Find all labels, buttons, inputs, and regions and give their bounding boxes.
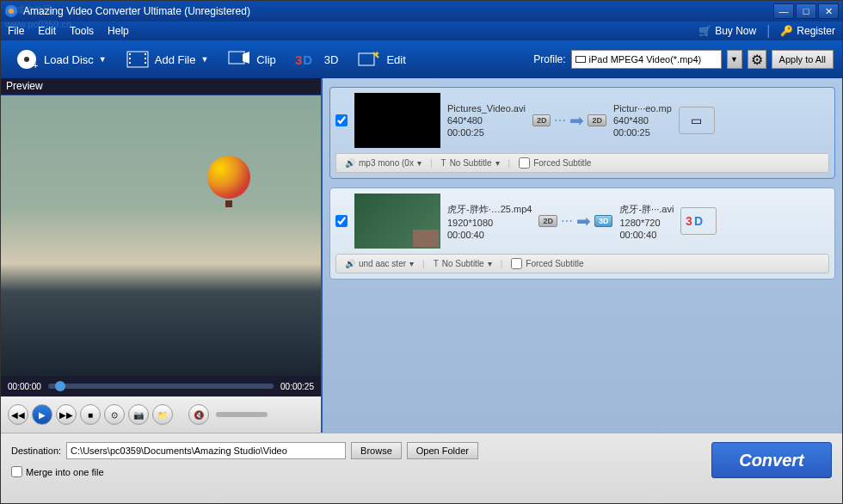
buy-now-link[interactable]: 🛒 Buy Now (698, 25, 756, 37)
clip-button[interactable]: Clip (222, 47, 280, 71)
audio-select[interactable]: 🔊mp3 mono (0x▾ (342, 157, 425, 169)
file-item[interactable]: Pictures_Video.avi 640*480 00:00:25 2D ⋯… (329, 87, 835, 179)
preview-video[interactable] (1, 95, 321, 376)
titlebar: 同城软件园 www.pc0359.cn Amazing Video Conver… (1, 1, 842, 22)
destination-input[interactable] (66, 442, 346, 459)
subtitle-select[interactable]: TNo Subtitle▾ (430, 258, 495, 269)
output-device-icon[interactable]: 3D (680, 207, 717, 235)
player-controls: ◀◀ ▶ ▶▶ ■ ⊙ 📷 📁 🔇 (1, 396, 321, 433)
subtitle-value: No Subtitle (442, 259, 484, 268)
file-list: Pictures_Video.avi 640*480 00:00:25 2D ⋯… (321, 78, 842, 433)
browse-button[interactable]: Browse (351, 442, 402, 459)
add-file-button[interactable]: Add File ▼ (120, 47, 214, 71)
forced-subtitle-toggle[interactable]: Forced Subtitle (515, 157, 594, 169)
merge-checkbox-row[interactable]: Merge into one file (11, 466, 478, 477)
open-folder-button[interactable]: Open Folder (407, 442, 478, 459)
svg-rect-7 (129, 58, 131, 59)
timeline-handle[interactable] (55, 381, 65, 391)
menu-help[interactable]: Help (108, 25, 129, 37)
audio-select[interactable]: 🔊und aac ster▾ (342, 258, 417, 269)
buy-now-label: Buy Now (715, 25, 756, 37)
speaker-icon: 🔊 (345, 158, 355, 168)
register-label: Register (797, 25, 835, 37)
svg-text:+: + (33, 60, 38, 71)
output-device-icon[interactable]: ▭ (679, 107, 715, 134)
svg-text:✦: ✦ (374, 51, 380, 58)
apply-to-all-button[interactable]: Apply to All (772, 50, 834, 69)
stop-button[interactable]: ■ (80, 404, 101, 425)
forced-subtitle-toggle[interactable]: Forced Subtitle (508, 257, 587, 270)
chevron-down-icon: ▼ (200, 55, 208, 64)
file-item[interactable]: 虎牙-胖炸·…25.mp4 1920*1080 00:00:40 2D ⋯ ➡ … (329, 187, 835, 280)
minimize-button[interactable]: — (773, 3, 794, 19)
edit-button[interactable]: ✦ Edit (352, 47, 410, 71)
dots-icon: ⋯ (554, 114, 566, 127)
svg-text:D: D (694, 214, 703, 228)
output-duration: 00:00:25 (613, 127, 672, 138)
close-button[interactable]: ✕ (818, 3, 839, 19)
output-filename: Pictur···eo.mp (613, 103, 672, 114)
output-resolution: 640*480 (613, 115, 672, 126)
timeline: 00:00:00 00:00:25 (1, 376, 321, 396)
svg-text:3: 3 (686, 214, 692, 228)
merge-checkbox[interactable] (11, 466, 22, 477)
forced-checkbox[interactable] (511, 258, 522, 269)
3d-label: 3D (324, 53, 339, 66)
profile-select[interactable]: iPad MPEG4 Video(*.mp4) (571, 50, 722, 69)
time-current: 00:00:00 (8, 382, 41, 391)
profile-dropdown-button[interactable]: ▼ (727, 50, 742, 69)
prev-button[interactable]: ◀◀ (8, 404, 28, 425)
bottom-bar: Destination: Browse Open Folder Merge in… (1, 433, 842, 503)
step-button[interactable]: ⊙ (104, 404, 125, 425)
folder-button[interactable]: 📁 (152, 404, 173, 425)
register-link[interactable]: 🔑 Register (780, 25, 835, 37)
mute-button[interactable]: 🔇 (188, 404, 209, 425)
item-options: 🔊mp3 mono (0x▾ | TNo Subtitle▾ | Forced … (335, 153, 829, 173)
item-thumbnail[interactable] (354, 194, 440, 249)
load-disc-button[interactable]: + Load Disc ▼ (9, 47, 112, 71)
menu-file[interactable]: File (8, 25, 24, 37)
speaker-icon: 🔊 (345, 259, 355, 268)
timeline-track[interactable] (48, 384, 274, 389)
clip-label: Clip (256, 53, 275, 66)
subtitle-select[interactable]: TNo Subtitle▾ (438, 157, 503, 169)
maximize-button[interactable]: □ (796, 3, 816, 19)
next-button[interactable]: ▶▶ (56, 404, 77, 425)
output-badge: 3D (594, 215, 613, 227)
item-options: 🔊und aac ster▾ | TNo Subtitle▾ | Forced … (335, 254, 829, 274)
text-icon: T (434, 259, 439, 268)
arrow-icon: ➡ (576, 211, 591, 231)
conversion-arrow: 2D ⋯ ➡ 3D (538, 211, 612, 231)
play-button[interactable]: ▶ (32, 404, 52, 425)
snapshot-button[interactable]: 📷 (128, 404, 149, 425)
audio-value: mp3 mono (0x (359, 158, 414, 168)
separator: | (766, 23, 770, 39)
load-disc-label: Load Disc (44, 53, 94, 66)
svg-point-3 (24, 57, 29, 62)
profile-value: iPad MPEG4 Video(*.mp4) (589, 54, 702, 65)
audio-value: und aac ster (359, 259, 406, 268)
menu-tools[interactable]: Tools (70, 25, 94, 37)
output-badge: 2D (588, 114, 606, 126)
item-checkbox[interactable] (335, 114, 348, 126)
edit-label: Edit (386, 53, 405, 66)
menu-edit[interactable]: Edit (38, 25, 56, 37)
item-checkbox[interactable] (335, 215, 348, 227)
svg-point-1 (9, 9, 14, 14)
output-filename: 虎牙-胖···.avi (619, 203, 674, 216)
convert-button[interactable]: Convert (711, 442, 832, 478)
forced-checkbox[interactable] (519, 157, 530, 169)
cart-icon: 🛒 (698, 25, 711, 37)
3d-button[interactable]: 3D 3D (290, 47, 344, 71)
settings-button[interactable]: ⚙ (748, 50, 766, 69)
clip-icon (227, 47, 251, 71)
preview-panel: Preview 00:00:00 00:00:25 ◀◀ ▶ ▶▶ ■ ⊙ 📷 … (1, 78, 321, 433)
source-filename: Pictures_Video.avi (447, 103, 526, 114)
item-thumbnail[interactable] (354, 93, 440, 148)
window-title: Amazing Video Converter Ultimate (Unregi… (23, 5, 773, 17)
volume-slider[interactable] (216, 412, 268, 417)
source-badge: 2D (532, 114, 551, 126)
speaker-muted-icon: 🔇 (194, 410, 204, 420)
source-badge: 2D (538, 215, 557, 227)
forced-label: Forced Subtitle (533, 158, 591, 168)
